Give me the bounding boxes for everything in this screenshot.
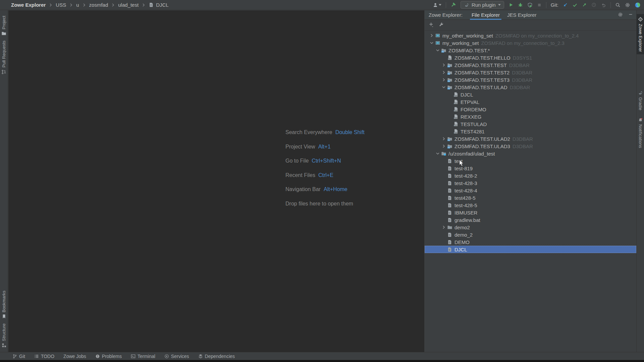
tree-row[interactable]: IBMUSER bbox=[425, 209, 636, 216]
run-configuration-combo[interactable]: Run plugin bbox=[461, 1, 504, 9]
chevron-down-icon[interactable] bbox=[429, 40, 435, 46]
chevron-right-icon[interactable] bbox=[441, 62, 447, 68]
tree-row[interactable]: DSZOSMFAD.TEST.ULAD2D3DBAR bbox=[425, 135, 636, 142]
edit-settings-button[interactable] bbox=[439, 22, 444, 28]
rollback-button[interactable] bbox=[601, 2, 606, 8]
toolwindow-button-zowe-jobs[interactable]: Zowe Jobs bbox=[63, 354, 86, 359]
chevron-right-icon[interactable] bbox=[441, 225, 447, 230]
search-button[interactable] bbox=[615, 2, 621, 8]
git-push-button[interactable] bbox=[582, 2, 587, 7]
tree-row[interactable]: MEMDJCL bbox=[425, 91, 636, 98]
tree-row[interactable]: test-428-5 bbox=[425, 201, 636, 209]
breadcrumb-item[interactable]: u bbox=[76, 2, 79, 8]
panel-options-button[interactable] bbox=[618, 12, 623, 18]
toolwindow-button-todo[interactable]: TODO bbox=[34, 354, 54, 359]
stripe-item-notifications[interactable]: Notifications bbox=[637, 115, 644, 150]
chevron-down-icon[interactable] bbox=[435, 48, 441, 53]
breadcrumb-item[interactable]: USS bbox=[56, 2, 66, 8]
bottom-toolwindow-bar: GitTODOZowe JobsProblemsTerminalServices… bbox=[0, 352, 644, 360]
chevron-down-icon[interactable] bbox=[435, 151, 441, 156]
git-update-button[interactable] bbox=[563, 2, 568, 7]
toolwindow-button-terminal[interactable]: Terminal bbox=[131, 354, 155, 359]
panel-title: Zowe Explorer: bbox=[429, 12, 463, 18]
toolwindow-button-problems[interactable]: Problems bbox=[95, 354, 122, 359]
toolwindow-button-services[interactable]: Services bbox=[164, 354, 189, 359]
tree-item-name: ZOSMFAD.TEST.* bbox=[448, 48, 490, 53]
chevron-right-icon[interactable] bbox=[441, 70, 447, 75]
tree-row[interactable]: gradlew.bat bbox=[425, 216, 636, 224]
tree-row[interactable]: DJCL bbox=[425, 246, 636, 253]
run-button[interactable] bbox=[508, 2, 514, 7]
tree-item-annotation: D3DBAR bbox=[510, 84, 530, 90]
tree-row[interactable]: my_working_setZOSMFAD on my_connection_t… bbox=[425, 39, 636, 47]
chevron-right-icon[interactable] bbox=[441, 143, 447, 149]
tab-file-explorer[interactable]: File Explorer bbox=[468, 10, 503, 20]
tree-row[interactable]: test bbox=[425, 157, 636, 165]
tree-row[interactable]: DSZOSMFAD.TEST.ULAD3D3DBAR bbox=[425, 142, 636, 150]
stop-icon bbox=[537, 3, 542, 7]
tree-row[interactable]: DEMO bbox=[425, 238, 636, 246]
tree-row[interactable]: demo2 bbox=[425, 224, 636, 231]
tree-row[interactable]: test-819 bbox=[425, 165, 636, 172]
dataset-file-icon: DS bbox=[447, 55, 452, 60]
tree-row[interactable]: DSZOSMFAD.TEST.* bbox=[425, 47, 636, 54]
toolwindow-button-git[interactable]: Git bbox=[12, 354, 25, 359]
chevron-right-icon[interactable] bbox=[429, 33, 435, 38]
tree-row[interactable]: MEMREXXEG bbox=[425, 113, 636, 120]
add-working-set-button[interactable] bbox=[429, 22, 434, 28]
file-icon bbox=[447, 166, 452, 171]
tree-row[interactable]: test-428-4 bbox=[425, 187, 636, 194]
stop-button[interactable] bbox=[537, 3, 542, 7]
history-button[interactable] bbox=[591, 2, 596, 7]
chevron-down-icon[interactable] bbox=[441, 84, 447, 90]
tree-item-name: ZOSMFAD.TEST.TEST bbox=[454, 62, 507, 68]
stripe-item-structure[interactable]: Structure bbox=[0, 321, 8, 350]
notifications-icon bbox=[638, 118, 643, 123]
tree-row[interactable]: /u/zosmfad/ulad_test bbox=[425, 150, 636, 157]
hide-panel-button[interactable] bbox=[628, 12, 633, 18]
tree-item-annotation: D3DBAR bbox=[512, 70, 532, 75]
todo-list-icon bbox=[34, 354, 39, 359]
stripe-item-pull-requests[interactable]: Pull Requests bbox=[0, 38, 8, 76]
tree-row[interactable]: test-428-3 bbox=[425, 179, 636, 187]
chevron-right-icon[interactable] bbox=[441, 77, 447, 82]
tree-row[interactable]: test428-5 bbox=[425, 194, 636, 201]
stripe-item-zowe-explorer[interactable]: ZZowe Explorer bbox=[637, 14, 644, 54]
tree-row[interactable]: DSZOSMFAD.TEST.TEST2D3DBAR bbox=[425, 69, 636, 76]
tree-row[interactable]: MEMTEST4281 bbox=[425, 128, 636, 135]
tree-row[interactable]: DSZOSMFAD.TEST.TESTD3DBAR bbox=[425, 61, 636, 69]
stripe-item-bookmarks[interactable]: Bookmarks bbox=[0, 288, 8, 321]
debug-button[interactable] bbox=[518, 2, 523, 7]
tree-item-name: test-428-2 bbox=[454, 173, 477, 179]
breadcrumb-item[interactable]: zosmfad bbox=[89, 2, 108, 8]
breadcrumb-file[interactable]: DJCL bbox=[156, 2, 169, 8]
chevron-right-icon[interactable] bbox=[441, 136, 447, 141]
tree-row[interactable]: MEMFORDEMO bbox=[425, 106, 636, 113]
hammer-button[interactable] bbox=[450, 2, 456, 8]
tree-row[interactable]: test-428-2 bbox=[425, 172, 636, 179]
gradle-icon bbox=[464, 2, 469, 8]
tree-row[interactable]: DSZOSMFAD.TEST.HELLOD3SYS1 bbox=[425, 54, 636, 61]
tree-row[interactable]: demo_2 bbox=[425, 231, 636, 238]
coverage-button[interactable] bbox=[527, 2, 533, 8]
tree-row[interactable]: DSZOSMFAD.TEST.ULADD3DBAR bbox=[425, 83, 636, 91]
gradle-icon bbox=[638, 90, 643, 96]
settings-button[interactable] bbox=[625, 2, 630, 8]
user-button[interactable] bbox=[433, 2, 441, 8]
stripe-item-project[interactable]: Project bbox=[0, 13, 8, 38]
toolwindow-button-dependencies[interactable]: Dependencies bbox=[198, 354, 235, 359]
git-commit-button[interactable] bbox=[572, 2, 578, 8]
svg-text:DS: DS bbox=[447, 73, 449, 75]
tree-row[interactable]: MEMTESTULAD bbox=[425, 120, 636, 128]
tree-row[interactable]: DSZOSMFAD.TEST.TEST3D3DBAR bbox=[425, 76, 636, 83]
toolwindow-button-label: Services bbox=[171, 354, 189, 359]
member-icon: MEM bbox=[453, 107, 459, 112]
shortcut-action: Project View bbox=[285, 144, 315, 149]
stripe-item-gradle[interactable]: Gradle bbox=[637, 88, 644, 113]
breadcrumb-root[interactable]: Zowe Explorer bbox=[11, 2, 46, 8]
tree-row[interactable]: MEMETPVAL bbox=[425, 98, 636, 106]
avatar-button[interactable] bbox=[635, 2, 641, 8]
breadcrumb-item[interactable]: ulad_test bbox=[118, 2, 139, 8]
tree-row[interactable]: my_other_working_setZOSMFAD on my_connec… bbox=[425, 32, 636, 39]
tab-jes-explorer[interactable]: JES Explorer bbox=[503, 10, 540, 20]
